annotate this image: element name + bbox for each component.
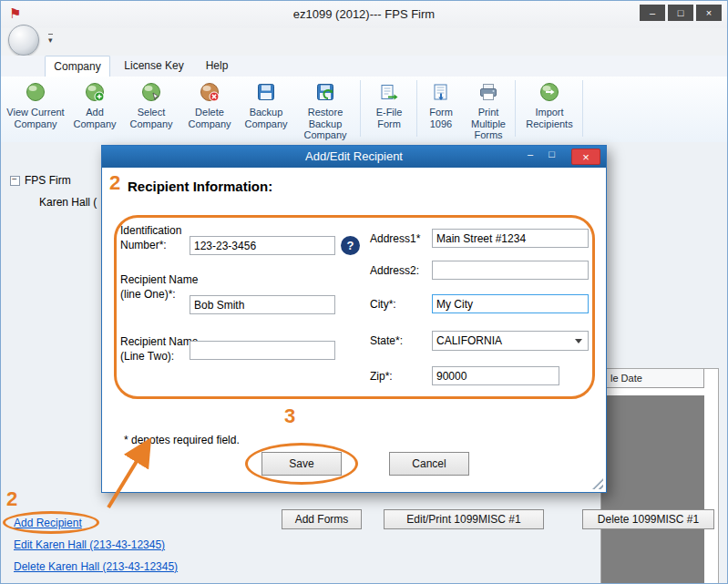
form-1096-button[interactable]: Form 1096 — [420, 78, 462, 138]
print-multiple-forms-button[interactable]: Print Multiple Forms — [464, 78, 513, 138]
backup-disk-icon — [256, 82, 276, 104]
efile-form-icon — [379, 82, 399, 104]
delete-recipient-link[interactable]: Delete Karen Hall (213-43-12345) — [14, 560, 178, 573]
ribbon-button-label: Delete Company — [181, 107, 238, 129]
application-orb-button[interactable] — [8, 25, 39, 56]
required-field-note: * denotes required field. — [124, 434, 240, 448]
add-forms-button[interactable]: Add Forms — [282, 509, 362, 529]
ribbon-button-label: Print Multiple Forms — [464, 107, 513, 141]
efile-form-button[interactable]: E-File Form — [365, 78, 413, 138]
address1-label: Address1* — [370, 232, 420, 247]
window-minimize-button[interactable]: – — [640, 5, 665, 21]
state-selected-value: CALIFORNIA — [436, 334, 502, 347]
restore-disk-icon — [315, 82, 335, 104]
add-edit-recipient-dialog: Add/Edit Recipient – □ × 2 Recipient Inf… — [101, 145, 607, 493]
zip-input[interactable] — [432, 366, 559, 385]
ribbon-group-separator — [515, 80, 516, 137]
restore-backup-company-button[interactable]: Restore Backup Company — [294, 78, 356, 138]
edit-recipient-link[interactable]: Edit Karen Hall (213-43-12345) — [14, 538, 165, 551]
edit-print-1099misc-button[interactable]: Edit/Print 1099MISC #1 — [384, 509, 544, 529]
city-input[interactable] — [432, 294, 589, 313]
dialog-body: 2 Recipient Information: Identification … — [102, 168, 606, 492]
view-current-company-button[interactable]: View Current Company — [6, 78, 65, 138]
city-label: City*: — [370, 298, 396, 312]
delete-company-button[interactable]: Delete Company — [181, 78, 238, 138]
state-label: State*: — [370, 334, 403, 349]
import-recipients-icon — [539, 82, 559, 104]
zip-label: Zip*: — [370, 370, 393, 384]
ribbon-button-label: Import Recipients — [520, 107, 579, 129]
recipient-name-one-input[interactable] — [190, 295, 335, 314]
ribbon-button-label: Add Company — [68, 107, 121, 129]
resize-grip[interactable] — [592, 478, 603, 489]
grid-empty-area — [601, 395, 704, 584]
add-company-button[interactable]: Add Company — [68, 78, 121, 138]
identification-number-label: Identification Number*: — [120, 224, 200, 252]
ribbon-group-separator — [360, 80, 361, 137]
tree-node-karen-hall[interactable]: Karen Hall ( — [39, 196, 97, 209]
tab-company[interactable]: Company — [45, 56, 110, 77]
quick-access-dropdown[interactable]: ▾ — [48, 34, 53, 45]
address2-label: Address2: — [370, 264, 419, 279]
window-close-button[interactable]: × — [696, 5, 722, 21]
title-bar: ⚑ ez1099 (2012)--- FPS Firm – □ × — [1, 1, 727, 28]
annotation-step2-number: 2 — [109, 171, 120, 195]
tree-expander-icon[interactable] — [10, 176, 20, 186]
ribbon-button-label: View Current Company — [6, 107, 65, 129]
tree-node-fps-firm[interactable]: FPS Firm — [25, 174, 71, 187]
grid-column-header-file-date[interactable]: le Date — [601, 369, 704, 388]
import-recipients-button[interactable]: Import Recipients — [520, 78, 579, 138]
globe-select-icon — [141, 82, 161, 104]
chevron-down-icon — [575, 339, 582, 343]
state-select[interactable]: CALIFORNIA — [432, 331, 589, 351]
recipient-name-two-label: Recipient Name (Line Two): — [120, 335, 200, 364]
cancel-button[interactable]: Cancel — [389, 452, 469, 476]
globe-view-icon — [26, 82, 46, 104]
ribbon-tab-row: Company License Key Help — [1, 56, 727, 77]
ribbon-group-separator — [582, 80, 583, 137]
add-recipient-link[interactable]: Add Recipient — [14, 517, 82, 529]
annotation-step3-number: 3 — [284, 405, 295, 428]
ribbon-group-separator — [416, 80, 417, 137]
backup-company-button[interactable]: Backup Company — [240, 78, 292, 138]
window-title: ez1099 (2012)--- FPS Firm — [1, 7, 727, 21]
dialog-title-bar[interactable]: Add/Edit Recipient – □ × — [102, 146, 606, 168]
ribbon-button-label: Select Company — [123, 107, 179, 129]
globe-delete-icon — [200, 82, 220, 104]
ribbon-button-label: Backup Company — [240, 107, 292, 129]
select-company-button[interactable]: Select Company — [123, 78, 179, 138]
form-1096-icon — [431, 82, 451, 104]
ribbon-button-label: E-File Form — [365, 107, 413, 129]
address1-input[interactable] — [432, 229, 589, 248]
identification-number-input[interactable] — [190, 236, 335, 255]
ribbon-button-label: Restore Backup Company — [294, 107, 356, 141]
save-button[interactable]: Save — [261, 452, 342, 476]
address2-input[interactable] — [432, 261, 589, 280]
window-maximize-button[interactable]: □ — [668, 5, 693, 21]
recipient-information-heading: Recipient Information: — [128, 179, 272, 194]
ribbon: View Current Company Add Company Select … — [1, 77, 727, 143]
app-window: ⚑ ez1099 (2012)--- FPS Firm – □ × ▾ Comp… — [0, 0, 728, 584]
globe-add-icon — [85, 82, 105, 104]
tab-license-key[interactable]: License Key — [118, 56, 190, 76]
recipient-name-one-label: Recipient Name (line One)*: — [120, 273, 200, 302]
delete-1099misc-button[interactable]: Delete 1099MISC #1 — [582, 509, 714, 529]
help-icon[interactable]: ? — [341, 236, 360, 255]
printer-icon — [478, 82, 498, 104]
dialog-close-button[interactable]: × — [571, 149, 600, 165]
tab-help[interactable]: Help — [198, 56, 236, 76]
dialog-maximize-button[interactable]: □ — [549, 149, 555, 159]
recipient-name-two-input[interactable] — [190, 341, 335, 360]
forms-grid-panel: le Date — [600, 368, 719, 584]
ribbon-button-label: Form 1096 — [420, 107, 462, 129]
dialog-minimize-button[interactable]: – — [528, 149, 533, 159]
